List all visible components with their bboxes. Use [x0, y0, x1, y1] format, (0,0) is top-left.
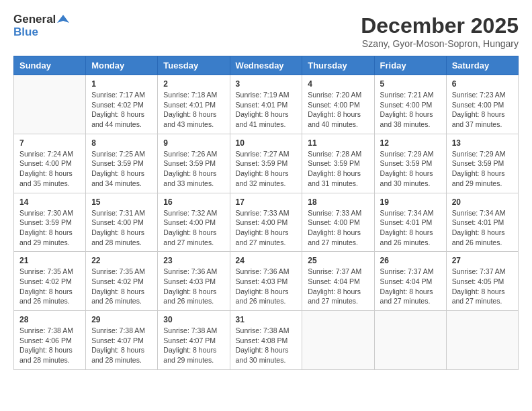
day-info: Sunrise: 7:38 AM Sunset: 4:08 PM Dayligh…	[236, 326, 297, 365]
day-number: 4	[308, 79, 368, 89]
day-info: Sunrise: 7:25 AM Sunset: 3:59 PM Dayligh…	[91, 149, 152, 189]
calendar-cell	[14, 75, 86, 134]
calendar-cell: 11Sunrise: 7:28 AM Sunset: 3:59 PM Dayli…	[302, 134, 374, 193]
calendar-week-row: 1Sunrise: 7:17 AM Sunset: 4:02 PM Daylig…	[14, 75, 519, 134]
day-info: Sunrise: 7:36 AM Sunset: 4:03 PM Dayligh…	[236, 267, 297, 306]
calendar-cell: 28Sunrise: 7:38 AM Sunset: 4:06 PM Dayli…	[14, 311, 86, 370]
day-number: 10	[236, 138, 297, 148]
calendar-cell: 19Sunrise: 7:34 AM Sunset: 4:01 PM Dayli…	[374, 193, 446, 252]
day-number: 31	[236, 315, 297, 324]
day-number: 12	[380, 138, 441, 148]
day-number: 24	[236, 256, 297, 265]
logo-bird-icon	[57, 13, 69, 26]
day-number: 25	[308, 256, 368, 265]
calendar-cell: 24Sunrise: 7:36 AM Sunset: 4:03 PM Dayli…	[230, 252, 302, 311]
day-info: Sunrise: 7:35 AM Sunset: 4:02 PM Dayligh…	[19, 267, 80, 306]
calendar-cell: 13Sunrise: 7:29 AM Sunset: 3:59 PM Dayli…	[446, 134, 518, 193]
calendar-header-monday: Monday	[86, 56, 158, 75]
calendar-cell: 10Sunrise: 7:27 AM Sunset: 3:59 PM Dayli…	[230, 134, 302, 193]
calendar-cell: 14Sunrise: 7:30 AM Sunset: 3:59 PM Dayli…	[14, 193, 86, 252]
day-info: Sunrise: 7:29 AM Sunset: 3:59 PM Dayligh…	[380, 149, 441, 189]
day-number: 15	[91, 197, 152, 207]
day-info: Sunrise: 7:27 AM Sunset: 3:59 PM Dayligh…	[236, 149, 297, 189]
day-info: Sunrise: 7:34 AM Sunset: 4:01 PM Dayligh…	[452, 208, 513, 248]
day-number: 27	[452, 256, 513, 265]
day-number: 18	[308, 197, 368, 207]
day-info: Sunrise: 7:23 AM Sunset: 4:00 PM Dayligh…	[452, 90, 513, 130]
calendar-header-sunday: Sunday	[14, 56, 86, 75]
calendar-cell: 29Sunrise: 7:38 AM Sunset: 4:07 PM Dayli…	[86, 311, 158, 370]
day-number: 2	[163, 79, 224, 89]
logo-blue: Blue	[13, 26, 69, 39]
calendar-cell: 27Sunrise: 7:37 AM Sunset: 4:05 PM Dayli…	[446, 252, 518, 311]
calendar-cell: 25Sunrise: 7:37 AM Sunset: 4:04 PM Dayli…	[302, 252, 374, 311]
logo: General Blue	[13, 13, 69, 38]
page-header: General Blue December 2025 Szany, Gyor-M…	[13, 13, 519, 49]
day-info: Sunrise: 7:37 AM Sunset: 4:04 PM Dayligh…	[380, 267, 441, 306]
calendar-cell: 12Sunrise: 7:29 AM Sunset: 3:59 PM Dayli…	[374, 134, 446, 193]
logo-general: General	[13, 13, 56, 26]
day-info: Sunrise: 7:17 AM Sunset: 4:02 PM Dayligh…	[91, 90, 152, 130]
day-info: Sunrise: 7:35 AM Sunset: 4:02 PM Dayligh…	[91, 267, 152, 306]
day-number: 16	[163, 197, 224, 207]
day-info: Sunrise: 7:19 AM Sunset: 4:01 PM Dayligh…	[236, 90, 297, 130]
calendar-cell: 6Sunrise: 7:23 AM Sunset: 4:00 PM Daylig…	[446, 75, 518, 134]
svg-marker-0	[57, 15, 69, 23]
day-info: Sunrise: 7:33 AM Sunset: 4:00 PM Dayligh…	[308, 208, 368, 248]
calendar-cell: 15Sunrise: 7:31 AM Sunset: 4:00 PM Dayli…	[86, 193, 158, 252]
day-info: Sunrise: 7:30 AM Sunset: 3:59 PM Dayligh…	[19, 208, 80, 248]
day-number: 5	[380, 79, 441, 89]
calendar-header-tuesday: Tuesday	[158, 56, 230, 75]
calendar-cell	[302, 311, 374, 370]
day-info: Sunrise: 7:33 AM Sunset: 4:00 PM Dayligh…	[236, 208, 297, 248]
month-title: December 2025	[361, 13, 519, 38]
day-number: 26	[380, 256, 441, 265]
day-number: 19	[380, 197, 441, 207]
calendar-cell: 2Sunrise: 7:18 AM Sunset: 4:01 PM Daylig…	[158, 75, 230, 134]
day-number: 7	[19, 138, 80, 148]
calendar-cell: 30Sunrise: 7:38 AM Sunset: 4:07 PM Dayli…	[158, 311, 230, 370]
day-info: Sunrise: 7:38 AM Sunset: 4:07 PM Dayligh…	[91, 326, 152, 365]
calendar-cell: 7Sunrise: 7:24 AM Sunset: 4:00 PM Daylig…	[14, 134, 86, 193]
calendar-header-thursday: Thursday	[302, 56, 374, 75]
day-number: 14	[19, 197, 80, 207]
day-info: Sunrise: 7:38 AM Sunset: 4:07 PM Dayligh…	[163, 326, 224, 365]
calendar-cell	[446, 311, 518, 370]
day-number: 29	[91, 315, 152, 324]
day-info: Sunrise: 7:26 AM Sunset: 3:59 PM Dayligh…	[163, 149, 224, 189]
calendar-cell	[374, 311, 446, 370]
calendar-week-row: 21Sunrise: 7:35 AM Sunset: 4:02 PM Dayli…	[14, 252, 519, 311]
calendar-cell: 21Sunrise: 7:35 AM Sunset: 4:02 PM Dayli…	[14, 252, 86, 311]
day-number: 3	[236, 79, 297, 89]
day-number: 23	[163, 256, 224, 265]
calendar-header-friday: Friday	[374, 56, 446, 75]
calendar-table: SundayMondayTuesdayWednesdayThursdayFrid…	[13, 56, 519, 370]
day-number: 6	[452, 79, 513, 89]
day-info: Sunrise: 7:21 AM Sunset: 4:00 PM Dayligh…	[380, 90, 441, 130]
calendar-cell: 9Sunrise: 7:26 AM Sunset: 3:59 PM Daylig…	[158, 134, 230, 193]
day-info: Sunrise: 7:31 AM Sunset: 4:00 PM Dayligh…	[91, 208, 152, 248]
calendar-cell: 31Sunrise: 7:38 AM Sunset: 4:08 PM Dayli…	[230, 311, 302, 370]
calendar-cell: 20Sunrise: 7:34 AM Sunset: 4:01 PM Dayli…	[446, 193, 518, 252]
day-number: 21	[19, 256, 80, 265]
calendar-cell: 5Sunrise: 7:21 AM Sunset: 4:00 PM Daylig…	[374, 75, 446, 134]
day-number: 22	[91, 256, 152, 265]
calendar-cell: 3Sunrise: 7:19 AM Sunset: 4:01 PM Daylig…	[230, 75, 302, 134]
day-number: 30	[163, 315, 224, 324]
calendar-cell: 23Sunrise: 7:36 AM Sunset: 4:03 PM Dayli…	[158, 252, 230, 311]
day-info: Sunrise: 7:24 AM Sunset: 4:00 PM Dayligh…	[19, 149, 80, 189]
day-info: Sunrise: 7:28 AM Sunset: 3:59 PM Dayligh…	[308, 149, 368, 189]
calendar-cell: 8Sunrise: 7:25 AM Sunset: 3:59 PM Daylig…	[86, 134, 158, 193]
calendar-cell: 16Sunrise: 7:32 AM Sunset: 4:00 PM Dayli…	[158, 193, 230, 252]
calendar-cell: 4Sunrise: 7:20 AM Sunset: 4:00 PM Daylig…	[302, 75, 374, 134]
day-number: 9	[163, 138, 224, 148]
day-number: 20	[452, 197, 513, 207]
calendar-week-row: 14Sunrise: 7:30 AM Sunset: 3:59 PM Dayli…	[14, 193, 519, 252]
calendar-cell: 1Sunrise: 7:17 AM Sunset: 4:02 PM Daylig…	[86, 75, 158, 134]
location: Szany, Gyor-Moson-Sopron, Hungary	[361, 38, 519, 49]
day-info: Sunrise: 7:34 AM Sunset: 4:01 PM Dayligh…	[380, 208, 441, 248]
day-number: 28	[19, 315, 80, 324]
day-number: 8	[91, 138, 152, 148]
day-info: Sunrise: 7:38 AM Sunset: 4:06 PM Dayligh…	[19, 326, 80, 365]
day-info: Sunrise: 7:18 AM Sunset: 4:01 PM Dayligh…	[163, 90, 224, 130]
